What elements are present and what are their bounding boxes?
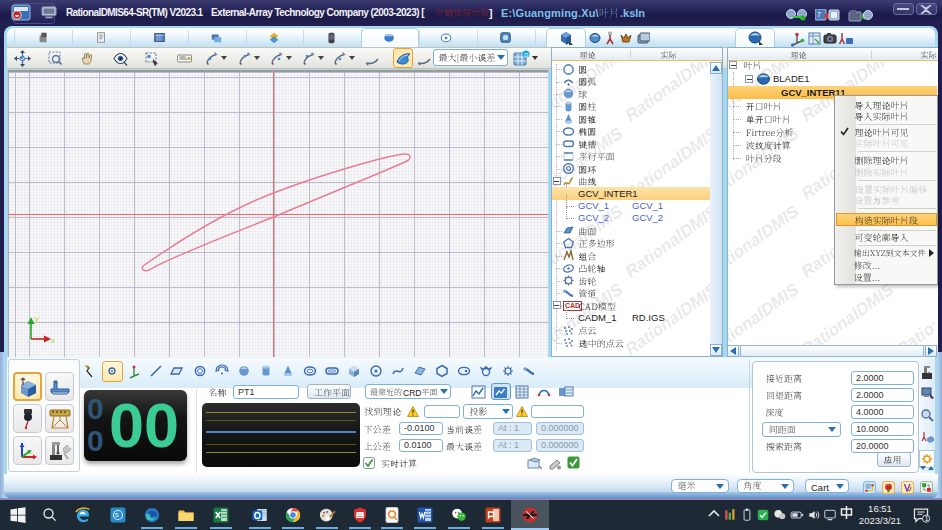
svg-text:x: x	[51, 336, 55, 345]
svg-text:1: 1	[925, 515, 929, 522]
svg-text:D: D	[524, 52, 528, 58]
svg-text:Y: Y	[34, 315, 40, 324]
svg-text:S: S	[115, 512, 119, 518]
svg-text:7: 7	[817, 11, 821, 18]
